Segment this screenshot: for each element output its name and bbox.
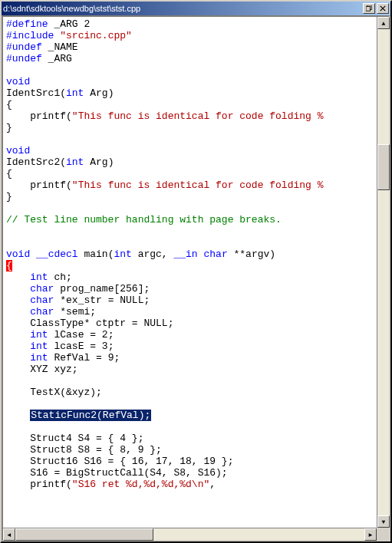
token: printf(	[6, 110, 72, 122]
token-kw: void	[6, 248, 30, 260]
svg-rect-1	[366, 7, 371, 12]
token: ClassType* ctptr = NULL;	[6, 318, 173, 329]
code-line[interactable]	[6, 133, 374, 145]
vertical-scrollbar[interactable]: ▲ ▼	[377, 17, 389, 528]
vertical-scroll-thumb[interactable]	[377, 144, 390, 190]
token: *ex_str = NULL;	[54, 295, 150, 306]
token-kw: int	[114, 248, 131, 260]
titlebar[interactable]: d:\sdnt\sdktools\newdbg\stst\stst.cpp	[2, 2, 390, 15]
code-line[interactable]: Struct4 S4 = { 4 };	[6, 433, 374, 444]
token	[6, 272, 30, 283]
code-line[interactable]: void __cdecl main(int argc, __in char **…	[6, 248, 374, 260]
scroll-right-button[interactable]: ►	[364, 528, 377, 541]
restore-icon	[366, 5, 372, 12]
arrow-right-icon: ►	[369, 531, 373, 538]
horizontal-scrollbar[interactable]: ◄ ►	[3, 528, 377, 540]
token: argc,	[132, 248, 174, 260]
code-line[interactable]: printf("This func is identical for code …	[6, 110, 374, 122]
token: IdentSrc2(	[6, 156, 66, 168]
token-kw: void	[6, 145, 30, 156]
code-line[interactable]: int lCase = 2;	[6, 329, 374, 341]
code-line[interactable]: ClassType* ctptr = NULL;	[6, 318, 374, 329]
arrow-down-icon: ▼	[382, 518, 386, 525]
code-line[interactable]: // Test line number handling with page b…	[6, 214, 374, 225]
token	[6, 329, 30, 341]
token: ,	[209, 479, 216, 490]
code-line[interactable]	[6, 225, 374, 237]
token: printf(	[6, 179, 72, 191]
scroll-down-button[interactable]: ▼	[377, 515, 390, 528]
code-line[interactable]: #undef _NAME	[6, 41, 374, 53]
token-kw: #undef	[6, 53, 42, 64]
code-line[interactable]: printf("S16 ret %d,%d,%d,%d\n",	[6, 479, 374, 490]
horizontal-scroll-track[interactable]	[15, 528, 364, 540]
code-line[interactable]: printf("This func is identical for code …	[6, 179, 374, 191]
token-str: "This func is identical for code folding…	[72, 179, 324, 191]
token: S16 = BigStructCall(S4, S8, S16);	[6, 467, 228, 479]
code-line[interactable]: {	[6, 99, 374, 110]
token: lCase = 2;	[48, 329, 114, 341]
code-line[interactable]: char *ex_str = NULL;	[6, 295, 374, 306]
code-line[interactable]: int ch;	[6, 272, 374, 283]
token: {	[6, 99, 12, 110]
code-line[interactable]: IdentSrc1(int Arg)	[6, 87, 374, 99]
code-line[interactable]: S16 = BigStructCall(S4, S8, S16);	[6, 467, 374, 479]
scroll-up-button[interactable]: ▲	[377, 17, 390, 29]
token-kw: __in	[173, 248, 197, 260]
code-line[interactable]: #define _ARG 2	[6, 18, 374, 30]
token-str: "srcinc.cpp"	[60, 30, 132, 41]
code-line[interactable]: char *semi;	[6, 306, 374, 318]
token-kw: char	[30, 283, 54, 295]
horizontal-scroll-thumb[interactable]	[15, 528, 153, 541]
code-line[interactable]: int RefVal = 9;	[6, 352, 374, 364]
code-line[interactable]: XYZ xyz;	[6, 364, 374, 375]
code-line[interactable]: StaticFunc2(RefVal);	[6, 410, 374, 421]
code-line[interactable]: void	[6, 76, 374, 87]
code-line[interactable]	[6, 202, 374, 214]
code-line[interactable]: TestX(&xyz);	[6, 387, 374, 398]
code-line[interactable]: int lcasE = 3;	[6, 341, 374, 352]
code-line[interactable]: char prog_name[256];	[6, 283, 374, 295]
code-line[interactable]: void	[6, 145, 374, 156]
token: Struct8 S8 = { 8, 9 };	[6, 444, 162, 456]
token-cmt: // Test line number handling with page b…	[6, 214, 282, 225]
token-kw: int	[30, 329, 48, 341]
token: **argv)	[228, 248, 275, 260]
code-line[interactable]	[6, 375, 374, 387]
token	[6, 295, 30, 306]
token-kw: int	[30, 272, 48, 283]
code-line[interactable]	[6, 237, 374, 248]
token-kw: int	[66, 156, 84, 168]
restore-button[interactable]	[363, 3, 375, 14]
scroll-left-button[interactable]: ◄	[3, 528, 15, 541]
token	[6, 306, 30, 318]
code-line[interactable]	[6, 421, 374, 433]
code-line[interactable]: {	[6, 260, 374, 272]
code-line[interactable]: IdentSrc2(int Arg)	[6, 156, 374, 168]
code-line[interactable]: #include "srcinc.cpp"	[6, 30, 374, 41]
token	[6, 341, 30, 352]
token-kw: #include	[6, 30, 54, 41]
token-kw: __cdecl	[36, 248, 78, 260]
code-line[interactable]	[6, 64, 374, 76]
token: IdentSrc1(	[6, 87, 66, 99]
close-button[interactable]	[377, 3, 389, 14]
code-line[interactable]: Struct16 S16 = { 16, 17, 18, 19 };	[6, 456, 374, 467]
vertical-scroll-track[interactable]	[377, 29, 389, 515]
token-err: {	[6, 260, 12, 272]
code-line[interactable]	[6, 398, 374, 410]
code-editor[interactable]: #define _ARG 2#include "srcinc.cpp"#unde…	[3, 17, 377, 528]
code-line[interactable]: {	[6, 168, 374, 179]
token: _NAME	[42, 41, 78, 53]
token: Arg)	[84, 156, 114, 168]
token: }	[6, 122, 12, 133]
code-line[interactable]: Struct8 S8 = { 8, 9 };	[6, 444, 374, 456]
code-line[interactable]: #undef _ARG	[6, 53, 374, 64]
token: XYZ xyz;	[6, 364, 78, 375]
token-str: "S16 ret %d,%d,%d,%d\n"	[72, 479, 209, 490]
token	[6, 352, 30, 364]
token: {	[6, 168, 12, 179]
code-line[interactable]: }	[6, 191, 374, 202]
token: _ARG	[42, 53, 72, 64]
code-line[interactable]: }	[6, 122, 374, 133]
